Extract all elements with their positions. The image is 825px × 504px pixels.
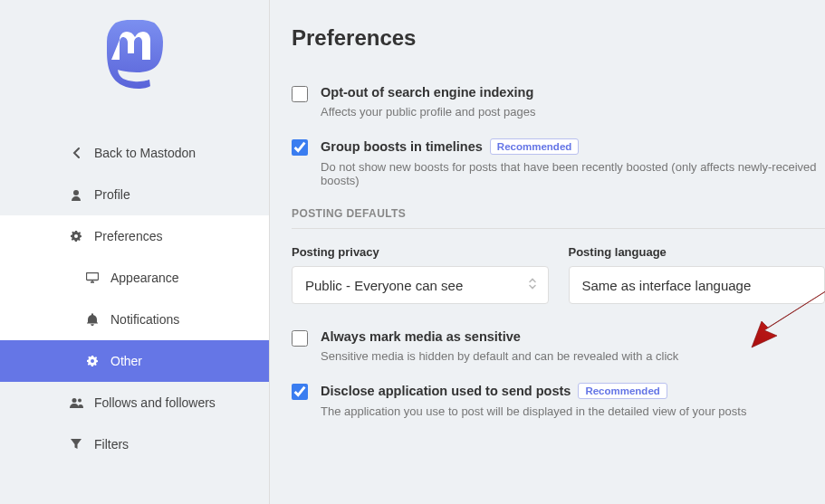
gear-icon — [69, 230, 83, 242]
sidebar: Back to Mastodon Profile Preferences App… — [0, 0, 270, 504]
option-desc: Sensitive media is hidden by default and… — [321, 349, 825, 363]
svg-point-3 — [78, 399, 82, 403]
svg-point-0 — [73, 190, 79, 195]
desktop-icon — [85, 272, 100, 283]
section-posting-defaults: POSTING DEFAULTS — [292, 207, 825, 229]
gear-icon — [85, 355, 100, 367]
nav-label: Appearance — [110, 271, 179, 285]
nav-notifications[interactable]: Notifications — [0, 299, 269, 340]
page-title: Preferences — [292, 25, 825, 51]
nav-profile[interactable]: Profile — [0, 174, 269, 215]
nav-label: Profile — [94, 187, 130, 202]
nav-other[interactable]: Other — [0, 340, 269, 382]
svg-point-2 — [72, 398, 76, 403]
option-sensitive: Always mark media as sensitive Sensitive… — [292, 329, 825, 363]
checkbox-disclose[interactable] — [292, 384, 308, 400]
option-optout: Opt-out of search engine indexing Affect… — [292, 85, 825, 119]
chevron-left-icon — [69, 147, 83, 158]
nav-appearance[interactable]: Appearance — [0, 257, 269, 299]
nav-label: Other — [110, 354, 142, 368]
nav-preferences[interactable]: Preferences — [0, 215, 269, 257]
nav-label: Notifications — [110, 312, 179, 327]
checkbox-group-boosts[interactable] — [292, 139, 308, 156]
option-desc: The application you use to post will be … — [321, 404, 825, 418]
bell-icon — [85, 313, 100, 326]
option-title: Group boosts in timelines Recommended — [321, 138, 825, 155]
option-title: Disclose application used to send posts … — [321, 383, 825, 399]
checkbox-optout[interactable] — [292, 86, 308, 102]
select-posting-privacy[interactable]: Public - Everyone can see — [292, 266, 549, 304]
nav-filters[interactable]: Filters — [0, 423, 269, 465]
option-desc: Affects your public profile and post pag… — [321, 105, 825, 119]
checkbox-sensitive[interactable] — [292, 330, 308, 347]
option-desc: Do not show new boosts for posts that ha… — [321, 160, 825, 187]
filter-icon — [69, 439, 83, 450]
users-icon — [69, 397, 83, 408]
option-title: Opt-out of search engine indexing — [321, 85, 825, 100]
option-group-boosts: Group boosts in timelines Recommended Do… — [292, 138, 825, 187]
mastodon-logo — [100, 20, 170, 100]
nav-label: Follows and followers — [94, 395, 216, 410]
recommended-badge: Recommended — [578, 383, 667, 399]
nav-back[interactable]: Back to Mastodon — [0, 132, 269, 174]
option-disclose: Disclose application used to send posts … — [292, 383, 825, 418]
svg-rect-1 — [87, 273, 99, 281]
posting-defaults-row: Posting privacy Public - Everyone can se… — [292, 245, 825, 304]
select-posting-language[interactable]: Same as interface language — [569, 266, 826, 304]
recommended-badge: Recommended — [490, 138, 579, 155]
nav-follows[interactable]: Follows and followers — [0, 382, 269, 423]
user-icon — [69, 189, 83, 201]
main-content: Preferences Opt-out of search engine ind… — [270, 0, 825, 504]
nav: Back to Mastodon Profile Preferences App… — [0, 132, 269, 465]
field-label: Posting language — [569, 245, 826, 259]
field-label: Posting privacy — [292, 245, 549, 259]
field-posting-language: Posting language Same as interface langu… — [569, 245, 826, 304]
nav-label: Preferences — [94, 229, 162, 243]
nav-label: Filters — [94, 437, 129, 452]
nav-label: Back to Mastodon — [94, 146, 196, 160]
option-title: Always mark media as sensitive — [321, 329, 825, 344]
sort-icon — [528, 278, 537, 293]
field-posting-privacy: Posting privacy Public - Everyone can se… — [292, 245, 549, 304]
